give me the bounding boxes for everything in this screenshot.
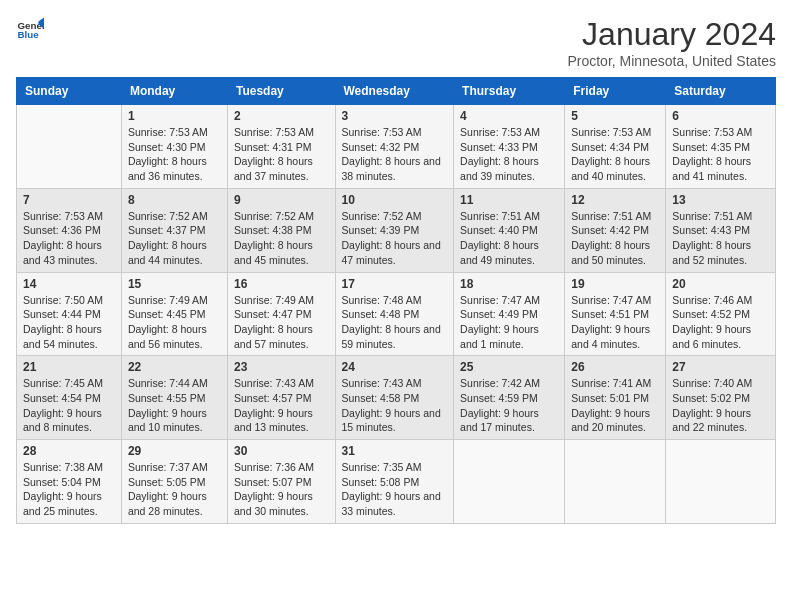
day-info: Sunrise: 7:53 AMSunset: 4:32 PMDaylight:… [342, 125, 448, 184]
day-info: Sunrise: 7:45 AMSunset: 4:54 PMDaylight:… [23, 376, 115, 435]
day-header-tuesday: Tuesday [227, 78, 335, 105]
day-cell: 11Sunrise: 7:51 AMSunset: 4:40 PMDayligh… [454, 188, 565, 272]
day-info: Sunrise: 7:53 AMSunset: 4:35 PMDaylight:… [672, 125, 769, 184]
day-info: Sunrise: 7:49 AMSunset: 4:45 PMDaylight:… [128, 293, 221, 352]
day-number: 16 [234, 277, 329, 291]
day-info: Sunrise: 7:46 AMSunset: 4:52 PMDaylight:… [672, 293, 769, 352]
day-info: Sunrise: 7:53 AMSunset: 4:36 PMDaylight:… [23, 209, 115, 268]
day-cell: 30Sunrise: 7:36 AMSunset: 5:07 PMDayligh… [227, 440, 335, 524]
day-number: 18 [460, 277, 558, 291]
day-info: Sunrise: 7:52 AMSunset: 4:39 PMDaylight:… [342, 209, 448, 268]
calendar-title: January 2024 [567, 16, 776, 53]
day-number: 31 [342, 444, 448, 458]
week-row-2: 7Sunrise: 7:53 AMSunset: 4:36 PMDaylight… [17, 188, 776, 272]
day-cell: 20Sunrise: 7:46 AMSunset: 4:52 PMDayligh… [666, 272, 776, 356]
day-number: 25 [460, 360, 558, 374]
day-cell: 10Sunrise: 7:52 AMSunset: 4:39 PMDayligh… [335, 188, 454, 272]
day-info: Sunrise: 7:50 AMSunset: 4:44 PMDaylight:… [23, 293, 115, 352]
week-row-3: 14Sunrise: 7:50 AMSunset: 4:44 PMDayligh… [17, 272, 776, 356]
day-cell: 7Sunrise: 7:53 AMSunset: 4:36 PMDaylight… [17, 188, 122, 272]
day-number: 14 [23, 277, 115, 291]
day-number: 12 [571, 193, 659, 207]
day-number: 29 [128, 444, 221, 458]
calendar-header-row: SundayMondayTuesdayWednesdayThursdayFrid… [17, 78, 776, 105]
header: General Blue January 2024 Proctor, Minne… [16, 16, 776, 69]
week-row-5: 28Sunrise: 7:38 AMSunset: 5:04 PMDayligh… [17, 440, 776, 524]
day-number: 15 [128, 277, 221, 291]
day-cell: 17Sunrise: 7:48 AMSunset: 4:48 PMDayligh… [335, 272, 454, 356]
svg-text:Blue: Blue [17, 29, 39, 40]
logo-icon: General Blue [16, 16, 44, 44]
day-cell [17, 105, 122, 189]
day-number: 7 [23, 193, 115, 207]
day-number: 17 [342, 277, 448, 291]
day-cell: 12Sunrise: 7:51 AMSunset: 4:42 PMDayligh… [565, 188, 666, 272]
day-cell: 3Sunrise: 7:53 AMSunset: 4:32 PMDaylight… [335, 105, 454, 189]
calendar-body: 1Sunrise: 7:53 AMSunset: 4:30 PMDaylight… [17, 105, 776, 524]
day-info: Sunrise: 7:53 AMSunset: 4:33 PMDaylight:… [460, 125, 558, 184]
day-header-thursday: Thursday [454, 78, 565, 105]
day-info: Sunrise: 7:42 AMSunset: 4:59 PMDaylight:… [460, 376, 558, 435]
day-cell: 16Sunrise: 7:49 AMSunset: 4:47 PMDayligh… [227, 272, 335, 356]
day-info: Sunrise: 7:47 AMSunset: 4:51 PMDaylight:… [571, 293, 659, 352]
day-number: 10 [342, 193, 448, 207]
day-info: Sunrise: 7:53 AMSunset: 4:30 PMDaylight:… [128, 125, 221, 184]
day-number: 4 [460, 109, 558, 123]
day-info: Sunrise: 7:37 AMSunset: 5:05 PMDaylight:… [128, 460, 221, 519]
day-number: 28 [23, 444, 115, 458]
day-info: Sunrise: 7:51 AMSunset: 4:40 PMDaylight:… [460, 209, 558, 268]
day-cell: 26Sunrise: 7:41 AMSunset: 5:01 PMDayligh… [565, 356, 666, 440]
day-cell: 22Sunrise: 7:44 AMSunset: 4:55 PMDayligh… [121, 356, 227, 440]
day-number: 3 [342, 109, 448, 123]
day-info: Sunrise: 7:51 AMSunset: 4:43 PMDaylight:… [672, 209, 769, 268]
week-row-4: 21Sunrise: 7:45 AMSunset: 4:54 PMDayligh… [17, 356, 776, 440]
day-cell: 13Sunrise: 7:51 AMSunset: 4:43 PMDayligh… [666, 188, 776, 272]
day-cell: 23Sunrise: 7:43 AMSunset: 4:57 PMDayligh… [227, 356, 335, 440]
day-info: Sunrise: 7:44 AMSunset: 4:55 PMDaylight:… [128, 376, 221, 435]
day-cell: 9Sunrise: 7:52 AMSunset: 4:38 PMDaylight… [227, 188, 335, 272]
calendar-table: SundayMondayTuesdayWednesdayThursdayFrid… [16, 77, 776, 524]
day-number: 13 [672, 193, 769, 207]
day-info: Sunrise: 7:36 AMSunset: 5:07 PMDaylight:… [234, 460, 329, 519]
day-info: Sunrise: 7:41 AMSunset: 5:01 PMDaylight:… [571, 376, 659, 435]
day-cell: 28Sunrise: 7:38 AMSunset: 5:04 PMDayligh… [17, 440, 122, 524]
day-cell: 6Sunrise: 7:53 AMSunset: 4:35 PMDaylight… [666, 105, 776, 189]
day-cell: 27Sunrise: 7:40 AMSunset: 5:02 PMDayligh… [666, 356, 776, 440]
day-number: 27 [672, 360, 769, 374]
day-number: 11 [460, 193, 558, 207]
day-header-wednesday: Wednesday [335, 78, 454, 105]
day-cell: 8Sunrise: 7:52 AMSunset: 4:37 PMDaylight… [121, 188, 227, 272]
day-number: 20 [672, 277, 769, 291]
day-info: Sunrise: 7:52 AMSunset: 4:38 PMDaylight:… [234, 209, 329, 268]
day-cell: 25Sunrise: 7:42 AMSunset: 4:59 PMDayligh… [454, 356, 565, 440]
day-cell: 15Sunrise: 7:49 AMSunset: 4:45 PMDayligh… [121, 272, 227, 356]
day-cell [565, 440, 666, 524]
day-info: Sunrise: 7:40 AMSunset: 5:02 PMDaylight:… [672, 376, 769, 435]
day-cell: 24Sunrise: 7:43 AMSunset: 4:58 PMDayligh… [335, 356, 454, 440]
day-header-saturday: Saturday [666, 78, 776, 105]
day-info: Sunrise: 7:51 AMSunset: 4:42 PMDaylight:… [571, 209, 659, 268]
day-number: 19 [571, 277, 659, 291]
day-header-friday: Friday [565, 78, 666, 105]
logo: General Blue [16, 16, 44, 44]
day-cell: 18Sunrise: 7:47 AMSunset: 4:49 PMDayligh… [454, 272, 565, 356]
day-number: 30 [234, 444, 329, 458]
day-number: 6 [672, 109, 769, 123]
day-cell [666, 440, 776, 524]
calendar-subtitle: Proctor, Minnesota, United States [567, 53, 776, 69]
day-cell: 21Sunrise: 7:45 AMSunset: 4:54 PMDayligh… [17, 356, 122, 440]
day-cell: 14Sunrise: 7:50 AMSunset: 4:44 PMDayligh… [17, 272, 122, 356]
day-cell: 2Sunrise: 7:53 AMSunset: 4:31 PMDaylight… [227, 105, 335, 189]
day-info: Sunrise: 7:43 AMSunset: 4:58 PMDaylight:… [342, 376, 448, 435]
day-number: 24 [342, 360, 448, 374]
day-header-sunday: Sunday [17, 78, 122, 105]
day-number: 2 [234, 109, 329, 123]
week-row-1: 1Sunrise: 7:53 AMSunset: 4:30 PMDaylight… [17, 105, 776, 189]
day-header-monday: Monday [121, 78, 227, 105]
day-number: 5 [571, 109, 659, 123]
day-number: 9 [234, 193, 329, 207]
day-number: 26 [571, 360, 659, 374]
day-number: 8 [128, 193, 221, 207]
day-number: 1 [128, 109, 221, 123]
day-cell: 1Sunrise: 7:53 AMSunset: 4:30 PMDaylight… [121, 105, 227, 189]
